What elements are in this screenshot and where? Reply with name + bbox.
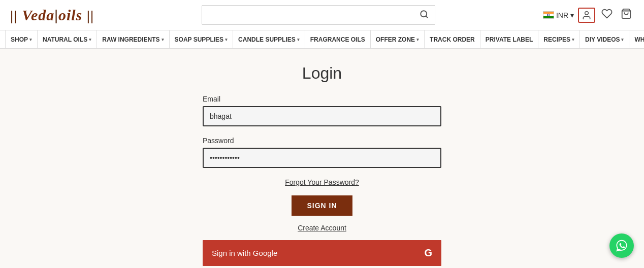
chevron-down-icon: ▾ [225,37,228,42]
sign-in-button[interactable]: SIGN IN [292,195,352,216]
login-form: Email Password Forgot Your Password? SIG… [203,95,441,266]
google-signin-button[interactable]: Sign in with Google G [203,240,441,266]
nav-item-diy-videos[interactable]: DIY VIDEOS ▾ [580,30,629,48]
search-icon [420,10,429,19]
whatsapp-float-button[interactable] [609,233,634,258]
nav-item-soap-supplies[interactable]: SOAP SUPPLIES ▾ [170,30,233,48]
header-right: INR ▾ [543,8,634,23]
page-title: Login [302,64,342,83]
india-flag-icon [543,11,554,19]
nav-item-track-order[interactable]: TRACK ORDER [425,30,480,48]
main-nav: SHOP ▾ NATURAL OILS ▾ RAW INGREDIENTS ▾ … [0,30,644,49]
chevron-down-icon: ▾ [621,37,624,42]
forgot-password-link[interactable]: Forgot Your Password? [203,178,441,186]
chevron-down-icon: ▾ [89,37,91,42]
google-signin-label: Sign in with Google [212,249,277,257]
email-group: Email [203,95,441,126]
svg-point-2 [585,11,589,15]
email-field[interactable] [203,106,441,126]
nav-item-candle-supplies[interactable]: CANDLE SUPPLIES ▾ [233,30,305,48]
chevron-down-icon: ▾ [297,37,300,42]
nav-item-who-we-are[interactable]: WHO WE ARE ▾ [629,30,644,48]
chevron-down-icon: ▾ [29,37,32,42]
currency-dropdown-icon: ▾ [570,11,574,19]
svg-line-1 [426,16,428,17]
email-label: Email [203,95,441,103]
cart-icon[interactable] [619,8,634,22]
logo[interactable]: || Veda|oils || [10,6,94,24]
nav-item-recipes[interactable]: RECIPES ▾ [538,30,580,48]
logo-text: || Veda|oils || [10,6,94,24]
google-g-icon: G [424,247,432,259]
nav-item-natural-oils[interactable]: NATURAL OILS ▾ [38,30,97,48]
password-label: Password [203,137,441,145]
chevron-down-icon: ▾ [416,37,419,42]
chevron-down-icon: ▾ [572,37,574,42]
nav-item-private-label[interactable]: PRIVATE LABEL [480,30,539,48]
main-content: Login Email Password Forgot Your Passwor… [0,49,644,268]
search-bar: Diffuser O| [202,5,435,25]
password-field[interactable] [203,148,441,168]
header: || Veda|oils || Diffuser O| INR ▾ [0,0,644,30]
password-group: Password [203,137,441,168]
currency-label: INR [556,11,568,19]
nav-item-shop[interactable]: SHOP ▾ [5,30,38,48]
wishlist-icon[interactable] [599,8,615,22]
search-input[interactable]: Diffuser O| [202,7,413,23]
user-icon-wrapper[interactable] [578,8,595,23]
nav-item-offer-zone[interactable]: OFFER ZONE ▾ [371,30,425,48]
flag-currency[interactable]: INR ▾ [543,11,574,19]
whatsapp-icon [615,239,629,253]
search-button[interactable] [413,6,435,24]
create-account-link[interactable]: Create Account [203,224,441,232]
chevron-down-icon: ▾ [162,37,164,42]
nav-item-fragrance-oils[interactable]: FRAGRANCE OILS [305,30,371,48]
nav-item-raw-ingredients[interactable]: RAW INGREDIENTS ▾ [97,30,169,48]
user-icon [582,10,592,20]
